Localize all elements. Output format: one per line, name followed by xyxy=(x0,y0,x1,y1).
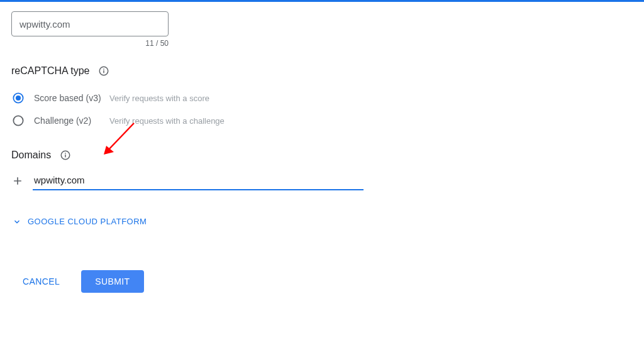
gcp-expander[interactable]: GOOGLE CLOUD PLATFORM xyxy=(11,217,633,226)
info-icon[interactable] xyxy=(60,150,71,161)
svg-point-4 xyxy=(16,95,21,101)
recaptcha-type-heading: reCAPTCHA type xyxy=(11,65,89,77)
svg-rect-8 xyxy=(65,153,66,154)
cancel-button[interactable]: CANCEL xyxy=(20,271,62,292)
info-icon[interactable] xyxy=(98,65,109,77)
plus-icon[interactable] xyxy=(11,175,24,187)
radio-challenge[interactable] xyxy=(13,115,24,126)
svg-rect-7 xyxy=(65,155,66,158)
domains-heading: Domains xyxy=(11,150,51,161)
radio-desc-v3: Verify requests with a score xyxy=(109,94,209,103)
radio-score-based[interactable] xyxy=(13,92,24,104)
svg-rect-2 xyxy=(104,68,105,70)
domain-input[interactable] xyxy=(33,171,364,190)
chevron-down-icon xyxy=(13,217,21,226)
gcp-expander-label: GOOGLE CLOUD PLATFORM xyxy=(28,217,147,226)
radio-desc-v2: Verify requests with a challenge xyxy=(109,116,225,126)
label-input[interactable] xyxy=(11,11,169,36)
svg-rect-1 xyxy=(104,70,105,74)
radio-label-v3: Score based (v3) xyxy=(34,93,109,103)
submit-button[interactable]: SUBMIT xyxy=(81,270,143,293)
char-counter: 11 / 50 xyxy=(11,36,169,48)
svg-point-5 xyxy=(13,116,23,125)
radio-label-v2: Challenge (v2) xyxy=(34,116,109,126)
